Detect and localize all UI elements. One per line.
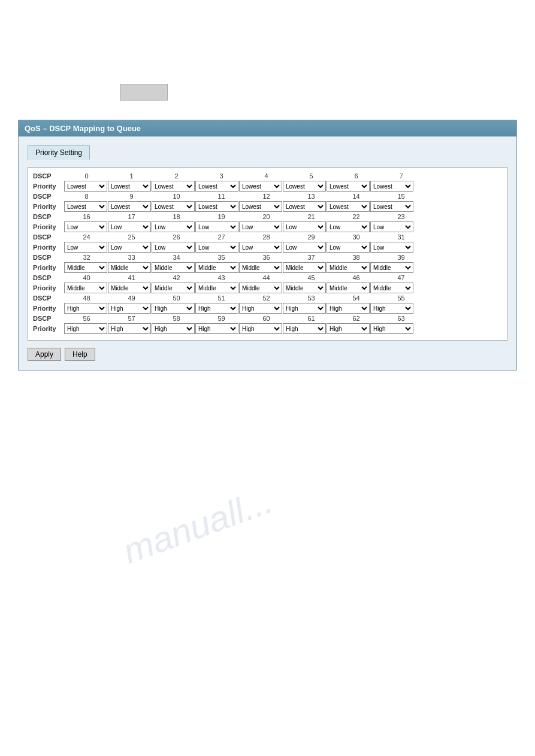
- dscp-value: 30: [334, 233, 379, 241]
- priority-select[interactable]: LowestLowMiddleHigh: [152, 181, 195, 192]
- priority-select[interactable]: LowestLowMiddleHigh: [152, 303, 195, 314]
- priority-select[interactable]: LowestLowMiddleHigh: [152, 242, 195, 253]
- dscp-value: 13: [289, 193, 334, 200]
- priority-select[interactable]: LowestLowMiddleHigh: [239, 262, 282, 273]
- priority-select[interactable]: LowestLowMiddleHigh: [283, 323, 326, 334]
- priority-select[interactable]: LowestLowMiddleHigh: [327, 201, 370, 212]
- priority-select[interactable]: LowestLowMiddleHigh: [152, 221, 195, 232]
- priority-select[interactable]: LowestLowMiddleHigh: [108, 181, 151, 192]
- dscp-value: 34: [154, 254, 199, 261]
- priority-row-label: Priority: [33, 264, 64, 271]
- priority-select[interactable]: LowestLowMiddleHigh: [327, 221, 370, 232]
- dscp-value: 49: [109, 294, 154, 302]
- dscp-value: 15: [379, 193, 424, 200]
- dscp-value: 61: [289, 315, 334, 322]
- priority-select[interactable]: LowestLowMiddleHigh: [195, 303, 238, 314]
- dscp-value: 51: [199, 294, 244, 302]
- priority-row-label: Priority: [33, 305, 64, 312]
- priority-select[interactable]: LowestLowMiddleHigh: [195, 323, 238, 334]
- dscp-value: 28: [244, 233, 289, 241]
- dscp-label-row: DSCP2425262728293031: [33, 233, 502, 241]
- priority-select[interactable]: LowestLowMiddleHigh: [108, 283, 151, 293]
- apply-button[interactable]: Apply: [28, 348, 61, 361]
- help-button[interactable]: Help: [65, 348, 95, 361]
- dscp-value: 55: [379, 294, 424, 302]
- priority-select[interactable]: LowestLowMiddleHigh: [64, 323, 107, 334]
- priority-select[interactable]: LowestLowMiddleHigh: [108, 323, 151, 334]
- priority-select[interactable]: LowestLowMiddleHigh: [152, 283, 195, 293]
- priority-row: PriorityLowestLowMiddleHighLowestLowMidd…: [33, 283, 502, 293]
- priority-select[interactable]: LowestLowMiddleHigh: [283, 201, 326, 212]
- dscp-value: 36: [244, 254, 289, 261]
- priority-select[interactable]: LowestLowMiddleHigh: [64, 221, 107, 232]
- priority-select[interactable]: LowestLowMiddleHigh: [327, 323, 370, 334]
- priority-row: PriorityLowestLowMiddleHighLowestLowMidd…: [33, 201, 502, 212]
- dscp-label-row: DSCP3233343536373839: [33, 254, 502, 261]
- priority-select[interactable]: LowestLowMiddleHigh: [283, 221, 326, 232]
- dscp-value: 21: [289, 213, 334, 220]
- priority-select[interactable]: LowestLowMiddleHigh: [327, 283, 370, 293]
- dscp-row-label: DSCP: [33, 294, 64, 302]
- priority-select[interactable]: LowestLowMiddleHigh: [239, 181, 282, 192]
- priority-select[interactable]: LowestLowMiddleHigh: [283, 303, 326, 314]
- priority-select[interactable]: LowestLowMiddleHigh: [108, 303, 151, 314]
- priority-select[interactable]: LowestLowMiddleHigh: [283, 242, 326, 253]
- priority-select[interactable]: LowestLowMiddleHigh: [370, 201, 413, 212]
- priority-select[interactable]: LowestLowMiddleHigh: [195, 201, 238, 212]
- dscp-label-row: DSCP89101112131415: [33, 193, 502, 200]
- dscp-value: 10: [154, 193, 199, 200]
- priority-select[interactable]: LowestLowMiddleHigh: [370, 303, 413, 314]
- dscp-value: 23: [379, 213, 424, 220]
- priority-select[interactable]: LowestLowMiddleHigh: [370, 283, 413, 293]
- priority-select[interactable]: LowestLowMiddleHigh: [370, 323, 413, 334]
- dscp-label-row: DSCP4849505152535455: [33, 294, 502, 302]
- priority-row-label: Priority: [33, 183, 64, 190]
- priority-select[interactable]: LowestLowMiddleHigh: [195, 262, 238, 273]
- priority-row: PriorityLowestLowMiddleHighLowestLowMidd…: [33, 221, 502, 232]
- priority-select[interactable]: LowestLowMiddleHigh: [108, 262, 151, 273]
- priority-select[interactable]: LowestLowMiddleHigh: [64, 303, 107, 314]
- priority-select[interactable]: LowestLowMiddleHigh: [108, 221, 151, 232]
- priority-select[interactable]: LowestLowMiddleHigh: [327, 181, 370, 192]
- priority-select[interactable]: LowestLowMiddleHigh: [327, 262, 370, 273]
- priority-select[interactable]: LowestLowMiddleHigh: [195, 283, 238, 293]
- priority-select[interactable]: LowestLowMiddleHigh: [239, 201, 282, 212]
- priority-select[interactable]: LowestLowMiddleHigh: [195, 181, 238, 192]
- priority-select[interactable]: LowestLowMiddleHigh: [64, 262, 107, 273]
- priority-select[interactable]: LowestLowMiddleHigh: [283, 262, 326, 273]
- watermark: manuall...: [117, 480, 278, 572]
- priority-select[interactable]: LowestLowMiddleHigh: [327, 242, 370, 253]
- dscp-value: 19: [199, 213, 244, 220]
- priority-select[interactable]: LowestLowMiddleHigh: [152, 201, 195, 212]
- tab-priority-setting[interactable]: Priority Setting: [28, 145, 90, 160]
- priority-select[interactable]: LowestLowMiddleHigh: [327, 303, 370, 314]
- priority-select[interactable]: LowestLowMiddleHigh: [370, 262, 413, 273]
- priority-select[interactable]: LowestLowMiddleHigh: [239, 303, 282, 314]
- dscp-value: 3: [199, 172, 244, 180]
- priority-select[interactable]: LowestLowMiddleHigh: [64, 181, 107, 192]
- priority-select[interactable]: LowestLowMiddleHigh: [195, 221, 238, 232]
- priority-select[interactable]: LowestLowMiddleHigh: [283, 181, 326, 192]
- priority-select[interactable]: LowestLowMiddleHigh: [239, 283, 282, 293]
- top-button[interactable]: [120, 84, 168, 101]
- priority-select[interactable]: LowestLowMiddleHigh: [370, 221, 413, 232]
- priority-select[interactable]: LowestLowMiddleHigh: [370, 181, 413, 192]
- priority-select[interactable]: LowestLowMiddleHigh: [239, 242, 282, 253]
- priority-select[interactable]: LowestLowMiddleHigh: [195, 242, 238, 253]
- dscp-label-row: DSCP4041424344454647: [33, 274, 502, 281]
- dscp-value: 54: [334, 294, 379, 302]
- priority-select[interactable]: LowestLowMiddleHigh: [108, 242, 151, 253]
- dscp-row-label: DSCP: [33, 315, 64, 322]
- priority-select[interactable]: LowestLowMiddleHigh: [283, 283, 326, 293]
- priority-select[interactable]: LowestLowMiddleHigh: [239, 323, 282, 334]
- priority-select[interactable]: LowestLowMiddleHigh: [64, 201, 107, 212]
- priority-select[interactable]: LowestLowMiddleHigh: [108, 201, 151, 212]
- priority-select[interactable]: LowestLowMiddleHigh: [64, 283, 107, 293]
- dscp-value: 22: [334, 213, 379, 220]
- priority-select[interactable]: LowestLowMiddleHigh: [152, 262, 195, 273]
- priority-select[interactable]: LowestLowMiddleHigh: [370, 242, 413, 253]
- priority-select[interactable]: LowestLowMiddleHigh: [64, 242, 107, 253]
- dscp-value: 37: [289, 254, 334, 261]
- priority-select[interactable]: LowestLowMiddleHigh: [152, 323, 195, 334]
- priority-select[interactable]: LowestLowMiddleHigh: [239, 221, 282, 232]
